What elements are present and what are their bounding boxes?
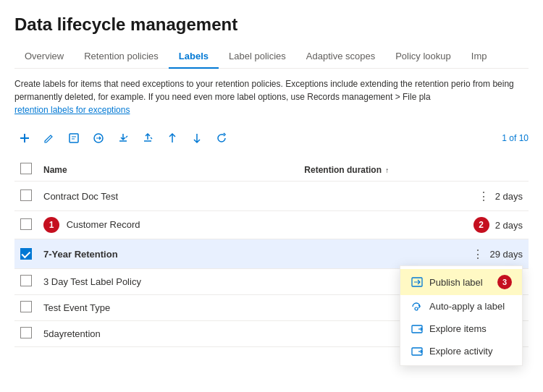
auto-apply-icon: [411, 302, 424, 312]
row-name: Contract Doc Test: [43, 191, 118, 202]
explore-activity-icon: [411, 346, 424, 357]
row-duration: 29 days: [489, 249, 523, 260]
select-all-checkbox[interactable]: [20, 163, 32, 174]
menu-auto-apply[interactable]: Auto-apply a label: [400, 295, 522, 318]
publish-label-icon: [411, 277, 424, 287]
row-name: Customer Record: [67, 219, 140, 230]
row-checkbox[interactable]: [20, 218, 32, 230]
row-checkbox[interactable]: [20, 327, 32, 338]
table-row: 1 Customer Record 2 2 days: [14, 211, 529, 239]
name-column-header[interactable]: Name: [38, 158, 298, 182]
labels-table: Name Retention duration ↑ Contract Doc T…: [14, 158, 529, 347]
nav-tabs: Overview Retention policies Labels Label…: [14, 45, 529, 69]
menu-explore-activity[interactable]: Explore activity: [400, 340, 522, 362]
row-name: Test Event Type: [43, 302, 110, 313]
toolbar: 1 of 10: [14, 125, 529, 151]
tab-overview[interactable]: Overview: [14, 45, 74, 69]
table-row-selected: 7-Year Retention ⋮ 29 days Publish la: [14, 239, 529, 269]
row-duration: 2 days: [495, 191, 523, 202]
svg-rect-0: [70, 134, 78, 142]
row-name: 5dayretention: [43, 328, 101, 339]
row-ellipsis[interactable]: ⋮: [475, 187, 492, 205]
svg-point-3: [415, 307, 418, 310]
pagination: 1 of 10: [502, 133, 529, 143]
duration-column-header[interactable]: Retention duration ↑: [298, 158, 529, 182]
row-ellipsis-active[interactable]: ⋮: [469, 245, 487, 263]
tab-policy-lookup[interactable]: Policy lookup: [385, 45, 461, 69]
tab-retention-policies[interactable]: Retention policies: [74, 45, 169, 69]
edit-button[interactable]: [39, 128, 59, 148]
page-title: Data lifecycle management: [14, 14, 529, 35]
import-button[interactable]: [138, 128, 158, 148]
row-name: 3 Day Test Label Policy: [43, 276, 141, 287]
sort-desc-button[interactable]: [187, 128, 207, 148]
menu-explore-items-text: Explore items: [429, 323, 487, 334]
row-checkbox[interactable]: [20, 189, 32, 201]
menu-explore-items[interactable]: Explore items: [400, 318, 522, 340]
menu-auto-apply-text: Auto-apply a label: [429, 301, 505, 312]
menu-explore-activity-text: Explore activity: [429, 346, 492, 357]
explore-items-icon: [411, 324, 424, 334]
row-duration: 2 days: [495, 220, 523, 231]
select-all-header[interactable]: [14, 158, 38, 182]
tab-labels[interactable]: Labels: [169, 45, 219, 69]
tab-adaptive-scopes[interactable]: Adaptive scopes: [296, 45, 385, 69]
sort-asc-button[interactable]: [162, 128, 182, 148]
table-row: Contract Doc Test ⋮ 2 days: [14, 182, 529, 211]
menu-publish-label[interactable]: Publish label 3: [400, 269, 522, 295]
context-menu: Publish label 3 Auto-apply a label: [400, 265, 523, 366]
tab-imp[interactable]: Imp: [461, 45, 497, 69]
refresh-button[interactable]: [211, 128, 232, 148]
policy-button[interactable]: [64, 128, 84, 148]
publish-button[interactable]: [88, 128, 109, 148]
badge-3: 3: [497, 275, 512, 289]
row-checkbox-checked[interactable]: [20, 248, 32, 260]
badge-1: 1: [43, 217, 59, 233]
tab-label-policies[interactable]: Label policies: [219, 45, 296, 69]
page-description: Create labels for items that need except…: [14, 77, 529, 116]
menu-publish-label-text: Publish label: [429, 277, 483, 288]
export-button[interactable]: [113, 128, 133, 148]
badge-2: 2: [473, 217, 489, 233]
row-name: 7-Year Retention: [43, 249, 118, 260]
add-button[interactable]: [14, 128, 35, 148]
row-checkbox[interactable]: [20, 301, 32, 312]
description-link[interactable]: retention labels for exceptions: [14, 105, 130, 115]
row-checkbox[interactable]: [20, 275, 32, 286]
